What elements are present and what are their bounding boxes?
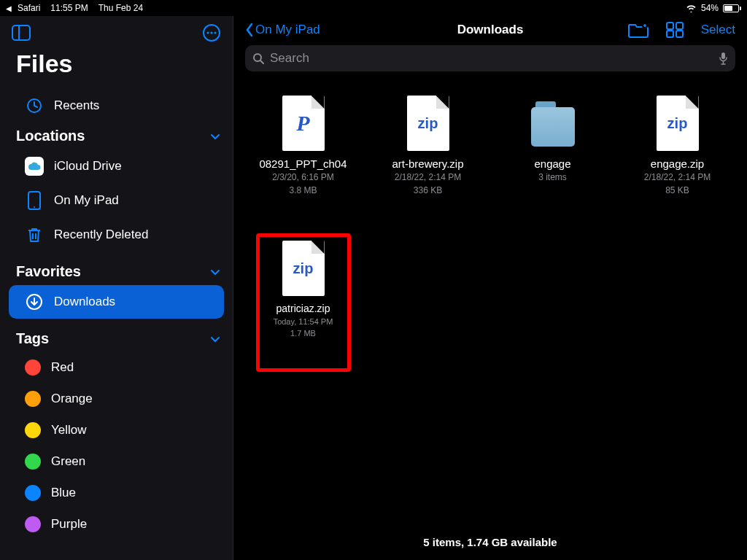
file-name: engage.zip: [651, 158, 704, 171]
document-icon: P: [282, 96, 325, 151]
section-header-tags[interactable]: Tags: [0, 326, 233, 351]
tag-dot-icon: [25, 516, 41, 532]
tag-dot-icon: [25, 454, 41, 470]
tag-dot-icon: [25, 391, 41, 407]
search-bar[interactable]: [245, 45, 735, 71]
svg-rect-17: [721, 52, 725, 59]
sidebar-item-label: On My iPad: [54, 193, 119, 208]
back-to-app-icon[interactable]: ◀: [6, 4, 12, 12]
sidebar-tag-purple[interactable]: Purple: [9, 509, 224, 540]
file-date: Today, 11:54 PM: [274, 316, 333, 327]
file-name: art-brewery.zip: [392, 158, 463, 171]
tag-dot-icon: [25, 359, 41, 376]
wifi-icon: [686, 4, 697, 12]
status-date: Thu Feb 24: [98, 3, 143, 13]
sidebar-item-label: Recently Deleted: [54, 228, 148, 242]
battery-percent: 54%: [701, 3, 719, 13]
sidebar-tag-orange[interactable]: Orange: [9, 384, 224, 414]
search-icon: [252, 52, 264, 64]
file-name: engage: [534, 158, 570, 171]
svg-point-5: [214, 31, 216, 34]
sidebar: Files Recents Locations: [0, 16, 233, 560]
sidebar-item-label: Downloads: [54, 295, 115, 309]
file-size: 85 KB: [665, 185, 689, 197]
section-header-locations[interactable]: Locations: [0, 123, 233, 149]
sidebar-toggle-icon[interactable]: [12, 23, 31, 42]
back-button[interactable]: On My iPad: [245, 23, 320, 37]
back-to-app-label[interactable]: Safari: [18, 3, 40, 13]
sidebar-item-label: Recents: [54, 98, 99, 113]
sidebar-item-recents[interactable]: Recents: [9, 89, 224, 122]
file-item[interactable]: zip art-brewery.zip 2/18/22, 2:14 PM336 …: [367, 92, 489, 230]
zip-icon: zip: [407, 96, 449, 151]
sidebar-item-on-my-ipad[interactable]: On My iPad: [9, 184, 224, 217]
svg-point-4: [210, 31, 212, 34]
sidebar-item-label: Red: [51, 360, 74, 375]
file-size: 3.8 MB: [289, 185, 317, 197]
sidebar-item-label: Purple: [51, 517, 87, 532]
status-time: 11:55 PM: [50, 3, 88, 13]
file-item[interactable]: engage 3 items: [492, 92, 614, 230]
file-date: 2/3/20, 6:16 PM: [272, 172, 334, 184]
download-icon: [25, 292, 44, 311]
file-date: 2/18/22, 2:14 PM: [644, 172, 711, 184]
zip-icon: zip: [657, 96, 699, 151]
files-grid: P 08291_PPT_ch04 2/3/20, 6:16 PM3.8 MBzi…: [233, 79, 747, 529]
sidebar-item-label: Yellow: [51, 423, 87, 438]
more-options-icon[interactable]: [202, 23, 221, 42]
status-bar: ◀ Safari 11:55 PM Thu Feb 24 54%: [0, 0, 747, 16]
zip-icon: zip: [282, 241, 325, 296]
svg-rect-12: [676, 23, 683, 29]
folder-icon: [531, 101, 575, 147]
sidebar-item-label: Orange: [51, 392, 93, 406]
back-label: On My iPad: [255, 23, 320, 37]
sidebar-item-icloud-drive[interactable]: iCloud Drive: [9, 149, 224, 183]
file-name: patriciaz.zip: [276, 303, 330, 315]
chevron-down-icon: [209, 131, 221, 142]
file-size: 1.7 MB: [290, 328, 316, 338]
file-item[interactable]: P 08291_PPT_ch04 2/3/20, 6:16 PM3.8 MB: [242, 92, 364, 230]
sidebar-item-downloads[interactable]: Downloads: [9, 285, 224, 319]
svg-rect-0: [12, 26, 30, 40]
file-name: 08291_PPT_ch04: [259, 158, 347, 171]
ipad-icon: [25, 191, 44, 210]
chevron-left-icon: [245, 23, 254, 37]
sidebar-item-label: iCloud Drive: [54, 159, 122, 174]
file-date: 2/18/22, 2:14 PM: [395, 172, 461, 184]
select-button[interactable]: Select: [701, 23, 735, 37]
svg-rect-14: [676, 31, 683, 37]
svg-point-3: [206, 31, 209, 34]
file-item[interactable]: zip patriciaz.zip Today, 11:54 PM1.7 MB: [256, 233, 351, 372]
svg-line-16: [260, 61, 263, 63]
svg-rect-13: [667, 31, 673, 37]
page-title: Downloads: [457, 23, 524, 37]
content-area: On My iPad Downloads Select: [233, 16, 747, 560]
file-size: 336 KB: [414, 185, 442, 197]
sidebar-title: Files: [0, 45, 233, 88]
file-date: 3 items: [538, 172, 567, 184]
new-folder-button[interactable]: [628, 22, 649, 38]
chevron-down-icon: [209, 266, 221, 278]
battery-icon: [723, 4, 741, 12]
svg-rect-11: [667, 23, 673, 29]
sidebar-item-label: Blue: [51, 486, 76, 500]
sidebar-tag-yellow[interactable]: Yellow: [9, 415, 224, 446]
clock-icon: [25, 96, 44, 115]
view-mode-button[interactable]: [666, 22, 684, 38]
trash-icon: [25, 225, 44, 244]
svg-point-8: [34, 206, 35, 208]
sidebar-tag-green[interactable]: Green: [9, 446, 224, 477]
sidebar-item-recently-deleted[interactable]: Recently Deleted: [9, 218, 224, 252]
search-input[interactable]: [270, 51, 713, 66]
tag-dot-icon: [25, 422, 41, 438]
section-header-favorites[interactable]: Favorites: [0, 259, 233, 284]
file-item[interactable]: zip engage.zip 2/18/22, 2:14 PM85 KB: [616, 92, 738, 230]
chevron-down-icon: [209, 333, 221, 345]
icloud-icon: [25, 157, 44, 176]
status-footer: 5 items, 1.74 GB available: [233, 529, 747, 560]
dictate-icon[interactable]: [719, 52, 728, 65]
sidebar-tag-blue[interactable]: Blue: [9, 478, 224, 508]
tag-dot-icon: [25, 485, 41, 501]
sidebar-tag-red[interactable]: Red: [9, 352, 224, 383]
sidebar-item-label: Green: [51, 454, 85, 469]
